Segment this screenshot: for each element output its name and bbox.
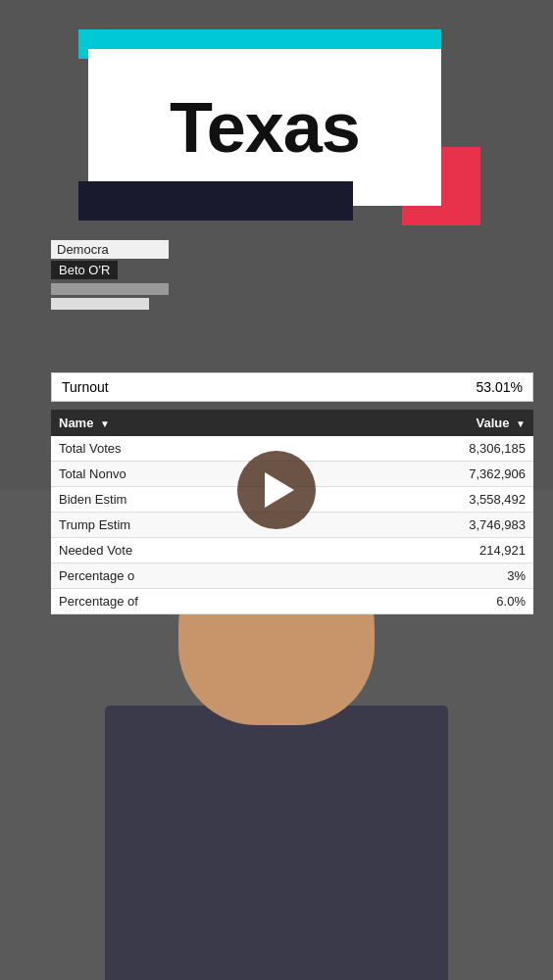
table-cell-value: 8,306,185: [325, 436, 533, 462]
turnout-value: 53.01%: [477, 379, 523, 395]
bar-line-1: [51, 283, 169, 295]
col-header-value: Value ▼: [325, 410, 533, 436]
table-cell-name: Percentage of: [51, 589, 325, 614]
table-cell-value: 6.0%: [325, 589, 533, 614]
table-cell-value: 3,746,983: [325, 513, 533, 538]
turnout-label: Turnout: [62, 379, 109, 395]
table-cell-name: Percentage o: [51, 564, 325, 589]
col-header-name: Name ▼: [51, 410, 325, 436]
beto-label: Beto O'R: [51, 261, 118, 279]
table-cell-value: 3%: [325, 564, 533, 589]
texas-title: Texas: [170, 87, 360, 168]
turnout-row: Turnout 53.01%: [51, 372, 533, 402]
table-row: Needed Vote214,921: [51, 538, 533, 564]
table-row: Percentage o3%: [51, 564, 533, 589]
table-cell-value: 214,921: [325, 538, 533, 564]
dark-bar: [78, 181, 353, 220]
table-cell-value: 7,362,906: [325, 462, 533, 487]
table-row: Percentage of6.0%: [51, 589, 533, 614]
table-cell-name: Needed Vote: [51, 538, 325, 564]
value-dropdown-icon[interactable]: ▼: [516, 418, 526, 429]
table-header-row: Name ▼ Value ▼: [51, 410, 533, 436]
name-dropdown-icon[interactable]: ▼: [100, 418, 110, 429]
table-cell-value: 3,558,492: [325, 487, 533, 513]
play-button[interactable]: [237, 451, 316, 529]
bar-lines: [51, 283, 169, 310]
main-container: Texas Democra Beto O'R Turnout 53.01% Na…: [0, 0, 553, 980]
play-icon: [265, 472, 294, 508]
democrat-label-area: Democra Beto O'R: [51, 240, 169, 313]
top-graphic: Texas: [78, 29, 490, 245]
shirt-area: [105, 706, 448, 980]
bar-line-2: [51, 298, 149, 310]
